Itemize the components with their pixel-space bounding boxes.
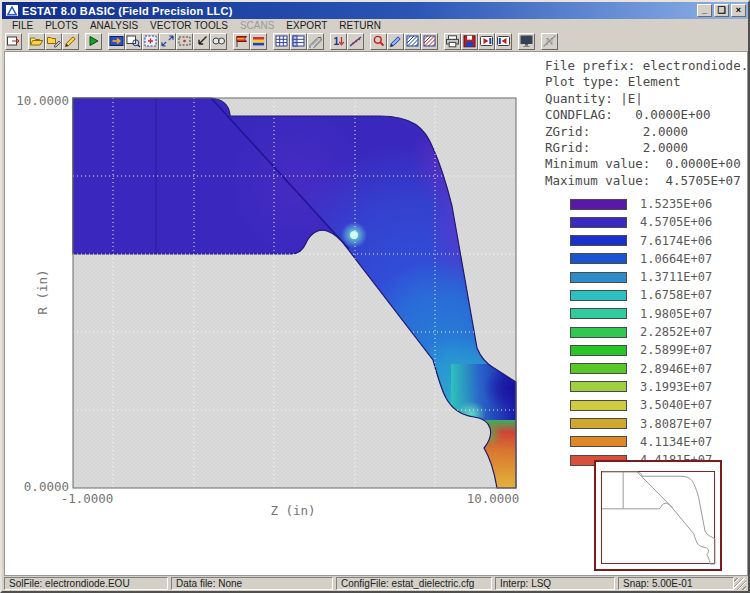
legend-color-swatch [570, 290, 627, 301]
zoom-box-button[interactable] [176, 33, 193, 50]
legend-value: 2.8946E+07 [640, 362, 712, 376]
window-title: ESTAT 8.0 BASIC (Field Precision LLC) [22, 5, 697, 17]
legend-row: 1.0664E+07 [570, 252, 712, 266]
point-probe-button[interactable] [370, 33, 387, 50]
mesh-edit-button[interactable] [307, 33, 324, 50]
geometry-thumbnail[interactable] [594, 460, 722, 571]
hatch-region-a-button[interactable] [404, 33, 421, 50]
expand-view-button[interactable] [159, 33, 176, 50]
legend-color-swatch [570, 436, 627, 447]
geometry-outline-drawing [596, 462, 720, 569]
info-line: Plot type: Element [545, 74, 748, 90]
menu-item-analysis[interactable]: ANALYSIS [84, 20, 144, 31]
menu-item-export[interactable]: EXPORT [280, 20, 333, 31]
legend-row: 1.9805E+07 [570, 307, 712, 321]
save-plot-button[interactable] [461, 33, 478, 50]
print-plot-button[interactable] [444, 33, 461, 50]
printer-icon [445, 34, 460, 48]
legend-value: 1.6758E+07 [640, 288, 712, 302]
menu-item-return[interactable]: RETURN [333, 20, 387, 31]
save-edit-button[interactable] [45, 33, 62, 50]
status-spacer [737, 577, 746, 590]
plot-canvas[interactable]: 10.0000 0.0000 -1.0000 10.0000 Z (in) R … [5, 52, 563, 574]
plot-size-button[interactable] [518, 33, 535, 50]
menu-item-plots[interactable]: PLOTS [39, 20, 84, 31]
line-scan-button[interactable] [347, 33, 364, 50]
menu-item-file[interactable]: FILE [6, 20, 39, 31]
app-logo-icon [5, 4, 19, 17]
default-tool-button[interactable]: N [541, 33, 558, 50]
content-area: 10.0000 0.0000 -1.0000 10.0000 Z (in) R … [4, 51, 748, 576]
zoom-window-button[interactable] [125, 33, 142, 50]
svg-text:1: 1 [334, 36, 340, 47]
filled-plot-button[interactable] [250, 33, 267, 50]
monitor-icon [519, 34, 534, 48]
legend-value: 1.5235E+06 [640, 197, 712, 211]
info-line: Quantity: |E| [545, 91, 748, 107]
menu-bar: FILEPLOTSANALYSISVECTOR TOOLSSCANSEXPORT… [2, 19, 748, 31]
edit-script-button[interactable] [62, 33, 79, 50]
zoom-in-button[interactable] [142, 33, 159, 50]
grid-icon [274, 34, 289, 48]
zoom-in-icon [143, 34, 158, 48]
legend-value: 3.5040E+07 [640, 398, 712, 412]
legend-color-swatch [570, 345, 627, 356]
info-line: File prefix: electrondiode.EOU [545, 58, 748, 74]
number-probe-button[interactable]: 1 [330, 33, 347, 50]
legend-row: 2.8946E+07 [570, 362, 712, 376]
resize-grip[interactable] [734, 578, 746, 590]
grid-settings-button[interactable] [290, 33, 307, 50]
disk-icon [462, 34, 477, 48]
legend-value: 4.5705E+06 [640, 215, 712, 229]
x-axis-label: Z (in) [270, 503, 315, 518]
flag-icon [234, 34, 249, 48]
run-button[interactable] [85, 33, 102, 50]
shift-view-button[interactable] [108, 33, 125, 50]
scan-line-icon [348, 34, 363, 48]
legend-value: 1.9805E+07 [640, 307, 712, 321]
close-button[interactable]: × [731, 4, 746, 17]
movie-reverse-button[interactable] [495, 33, 512, 50]
hatch-pencil-icon [308, 34, 323, 48]
movie-forward-button[interactable] [478, 33, 495, 50]
exit-plot-button[interactable] [5, 33, 22, 50]
annotate-button[interactable] [387, 33, 404, 50]
null-tool-icon: N [542, 34, 557, 48]
open-file-button[interactable] [28, 33, 45, 50]
legend-row: 2.5899E+07 [570, 343, 712, 357]
y-max-tick-label: 10.0000 [16, 93, 69, 108]
legend-row: 2.2852E+07 [570, 325, 712, 339]
info-line: Maximum value: 4.5705E+07 [545, 173, 748, 189]
app-window: ESTAT 8.0 BASIC (Field Precision LLC) _ … [0, 0, 750, 593]
contour-plot-button[interactable] [233, 33, 250, 50]
title-bar[interactable]: ESTAT 8.0 BASIC (Field Precision LLC) _ … [2, 2, 748, 19]
contour-legend: 1.5235E+064.5705E+067.6174E+061.0664E+07… [570, 197, 712, 471]
menu-item-vector-tools[interactable]: VECTOR TOOLS [144, 20, 234, 31]
hatch-red-icon [422, 34, 437, 48]
legend-row: 3.1993E+07 [570, 380, 712, 394]
hatch-blue-icon [405, 34, 420, 48]
status-section: Interp: LSQ [495, 577, 615, 590]
legend-color-swatch [570, 272, 627, 283]
hatch-region-b-button[interactable] [421, 33, 438, 50]
minimize-button[interactable]: _ [697, 4, 712, 17]
status-section: SolFile: electrondiode.EOU [4, 577, 168, 590]
grid-control-button[interactable] [273, 33, 290, 50]
expand-icon [160, 34, 175, 48]
legend-value: 1.0664E+07 [640, 252, 712, 266]
info-line: CONDFLAG: 0.0000E+00 [545, 107, 748, 123]
legend-row: 4.5705E+06 [570, 215, 712, 229]
color-stripes-icon [251, 34, 266, 48]
number-probe-icon: 1 [331, 34, 346, 48]
legend-row: 3.5040E+07 [570, 398, 712, 412]
shift-arrow-icon [109, 34, 124, 48]
status-bar: SolFile: electrondiode.EOUData file: Non… [2, 576, 748, 591]
legend-color-swatch [570, 199, 627, 210]
status-section: ConfigFile: estat_dielectric.cfg [336, 577, 492, 590]
x-max-tick-label: 10.0000 [467, 491, 520, 506]
pan-button[interactable] [193, 33, 210, 50]
maximize-button[interactable]: ❑ [714, 4, 729, 17]
global-view-button[interactable] [210, 33, 227, 50]
legend-color-swatch [570, 363, 627, 374]
legend-value: 3.8087E+07 [640, 417, 712, 431]
